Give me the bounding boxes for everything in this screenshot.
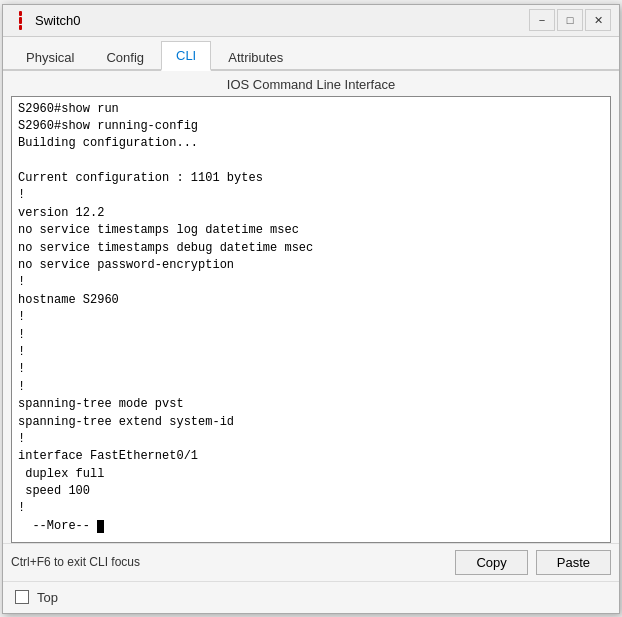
- main-window: Switch0 − □ ✕ Physical Config CLI Attrib…: [2, 4, 620, 614]
- window-controls: − □ ✕: [529, 9, 611, 31]
- app-icon: [11, 11, 29, 29]
- top-checkbox[interactable]: [15, 590, 29, 604]
- cli-header-label: IOS Command Line Interface: [3, 71, 619, 96]
- maximize-button[interactable]: □: [557, 9, 583, 31]
- tab-config[interactable]: Config: [91, 43, 159, 71]
- bottom-bar: Ctrl+F6 to exit CLI focus Copy Paste: [3, 543, 619, 581]
- window-title: Switch0: [35, 13, 529, 28]
- tab-attributes[interactable]: Attributes: [213, 43, 298, 71]
- tab-cli[interactable]: CLI: [161, 41, 211, 71]
- titlebar: Switch0 − □ ✕: [3, 5, 619, 37]
- cli-output[interactable]: S2960#show run S2960#show running-config…: [12, 97, 610, 542]
- copy-button[interactable]: Copy: [455, 550, 527, 575]
- paste-button[interactable]: Paste: [536, 550, 611, 575]
- close-button[interactable]: ✕: [585, 9, 611, 31]
- footer: Top: [3, 581, 619, 613]
- cli-cursor: [97, 520, 104, 533]
- cli-terminal-area: S2960#show run S2960#show running-config…: [11, 96, 611, 543]
- ctrl-hint-label: Ctrl+F6 to exit CLI focus: [11, 555, 447, 569]
- tab-bar: Physical Config CLI Attributes: [3, 37, 619, 71]
- tab-physical[interactable]: Physical: [11, 43, 89, 71]
- top-label: Top: [37, 590, 58, 605]
- minimize-button[interactable]: −: [529, 9, 555, 31]
